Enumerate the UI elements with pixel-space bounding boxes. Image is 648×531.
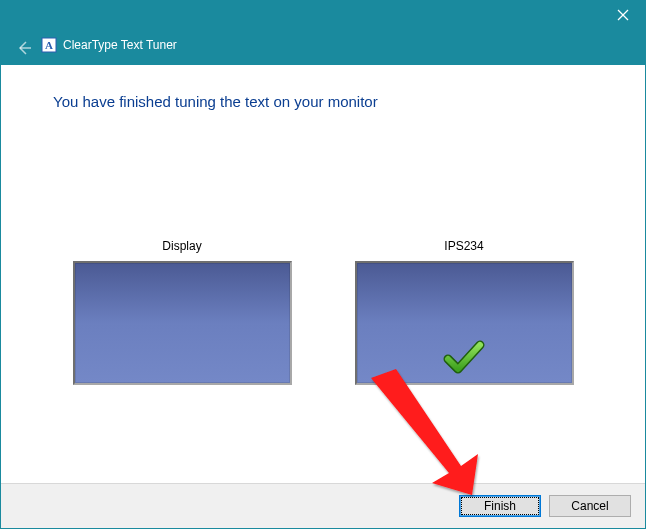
- svg-text:A: A: [45, 39, 53, 51]
- monitor-item: Display: [73, 239, 292, 385]
- monitor-label: IPS234: [355, 239, 574, 253]
- close-icon: [617, 9, 629, 21]
- back-arrow-icon: [15, 39, 33, 57]
- monitor-item: IPS234: [355, 239, 574, 385]
- checkmark-icon: [442, 339, 486, 377]
- title-bar: A ClearType Text Tuner: [1, 1, 645, 65]
- monitor-label: Display: [73, 239, 292, 253]
- page-heading: You have finished tuning the text on you…: [53, 93, 605, 110]
- monitor-preview[interactable]: [355, 261, 574, 385]
- cancel-button[interactable]: Cancel: [549, 495, 631, 517]
- app-icon: A: [41, 37, 57, 53]
- monitor-preview[interactable]: [73, 261, 292, 385]
- dialog-footer: Finish Cancel: [1, 483, 645, 528]
- close-button[interactable]: [601, 1, 645, 29]
- monitor-list: Display IPS234: [1, 239, 645, 385]
- window-frame: A ClearType Text Tuner You have finished…: [0, 0, 646, 529]
- back-button[interactable]: [15, 39, 33, 57]
- finish-button[interactable]: Finish: [459, 495, 541, 517]
- content-area: You have finished tuning the text on you…: [1, 65, 645, 484]
- window-title: ClearType Text Tuner: [63, 38, 177, 52]
